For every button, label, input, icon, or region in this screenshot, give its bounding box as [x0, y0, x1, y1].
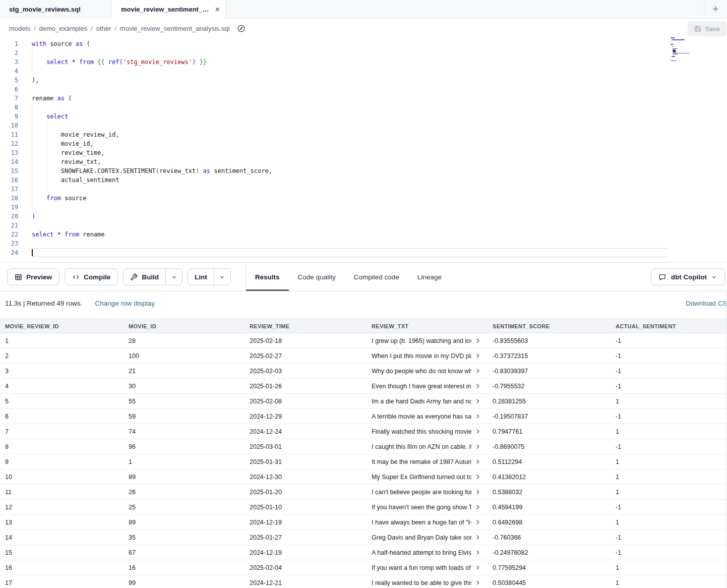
table-row[interactable]: 8962025-03-01I caught this film on AZN o…: [0, 439, 727, 454]
table-row[interactable]: 14352025-01-27Greg Davis and Bryan Daly …: [0, 530, 727, 545]
code-line[interactable]: 23: [0, 239, 727, 248]
line-number: 6: [0, 85, 32, 94]
tab-lineage[interactable]: Lineage: [408, 263, 451, 291]
code-line[interactable]: 9 select: [0, 112, 727, 121]
close-tab-icon[interactable]: ×: [215, 5, 220, 14]
code-line[interactable]: 22select * from rename: [0, 230, 727, 239]
cell-review-time: 2024-12-21: [245, 579, 367, 586]
cell-sentiment-score: -0.24976082: [488, 549, 611, 556]
tab-results[interactable]: Results: [246, 263, 289, 291]
review-text: Why do people who do not know what…: [372, 368, 471, 375]
code-line[interactable]: 6: [0, 85, 727, 94]
code-editor[interactable]: 1with source as (23 select * from {{ ref…: [0, 38, 727, 262]
table-row[interactable]: 1282025-02-18I grew up (b. 1965) watchin…: [0, 333, 727, 348]
query-timing-text: 11.3s | Returned 49 rows.: [5, 300, 82, 307]
build-button[interactable]: Build: [124, 269, 165, 285]
table-row[interactable]: 15672024-12-19A half-hearted attempt to …: [0, 545, 727, 560]
expand-review-icon[interactable]: [474, 368, 481, 374]
code-line[interactable]: 11 movie_review_id,: [0, 130, 727, 139]
expand-review-icon[interactable]: [474, 458, 481, 465]
code-line-text: [32, 48, 667, 57]
cell-movie-review-id: 2: [0, 352, 124, 360]
code-line[interactable]: 14 review_txt,: [0, 157, 727, 166]
table-row[interactable]: 16162025-02-04If you want a fun romp wit…: [0, 560, 727, 575]
table-row[interactable]: 5552025-02-08Im a die hard Dads Army fan…: [0, 394, 727, 409]
tab-label: movie_review_sentiment_…: [121, 6, 209, 13]
column-header-movie-review-id[interactable]: MOVIE_REVIEW_ID: [0, 323, 124, 329]
code-line[interactable]: 16 actual_sentiment: [0, 175, 727, 185]
table-row[interactable]: 912025-01-31It may be the remake of 1987…: [0, 454, 727, 469]
table-row[interactable]: 21002025-02-27When I put this movie in m…: [0, 348, 727, 364]
column-header-movie-id[interactable]: MOVIE_ID: [124, 323, 245, 329]
docs-compass-icon[interactable]: [234, 22, 248, 35]
expand-review-icon[interactable]: [474, 428, 481, 435]
code-line[interactable]: 17: [0, 185, 727, 194]
tab-stg-movie-reviews[interactable]: stg_movie_reviews.sql: [0, 0, 112, 19]
code-line[interactable]: 1with source as (: [0, 39, 727, 48]
expand-review-icon[interactable]: [474, 489, 481, 495]
code-line[interactable]: 3 select * from {{ ref('stg_movie_review…: [0, 57, 727, 67]
expand-review-icon[interactable]: [474, 564, 481, 571]
code-line[interactable]: 13 review_time,: [0, 148, 727, 157]
table-row[interactable]: 11262025-01-20I can't believe people are…: [0, 485, 727, 500]
expand-review-icon[interactable]: [474, 413, 481, 420]
review-text: It may be the remake of 1987 Autumn'…: [372, 458, 471, 465]
line-number: 21: [0, 221, 32, 230]
code-line[interactable]: 2: [0, 48, 727, 57]
expand-review-icon[interactable]: [474, 579, 481, 586]
code-line[interactable]: 21: [0, 221, 727, 230]
lint-button[interactable]: Lint: [188, 269, 214, 285]
table-row[interactable]: 17992024-12-21I really wanted to be able…: [0, 575, 727, 588]
table-row[interactable]: 13892024-12-19I have always been a huge …: [0, 515, 727, 530]
new-tab-button[interactable]: +: [704, 0, 727, 18]
build-dropdown-button[interactable]: [165, 269, 182, 285]
download-csv-link[interactable]: Download CSV: [686, 300, 727, 307]
code-line[interactable]: 8: [0, 103, 727, 112]
expand-review-icon[interactable]: [474, 352, 481, 359]
column-header-actual-sentiment[interactable]: ACTUAL_SENTIMENT: [611, 323, 727, 329]
code-line[interactable]: 12 movie_id,: [0, 139, 727, 148]
table-row[interactable]: 12252025-01-10If you haven't seen the go…: [0, 500, 727, 515]
table-row[interactable]: 4302025-01-26Even though I have great in…: [0, 379, 727, 394]
expand-review-icon[interactable]: [474, 337, 481, 344]
column-header-sentiment-score[interactable]: SENTIMENT_SCORE: [488, 323, 611, 329]
expand-review-icon[interactable]: [474, 398, 481, 404]
indent-guide: [32, 139, 32, 148]
expand-review-icon[interactable]: [474, 534, 481, 541]
indent-guide: [46, 166, 47, 175]
table-row[interactable]: 3212025-02-03Why do people who do not kn…: [0, 364, 727, 379]
code-line[interactable]: 4: [0, 67, 727, 76]
expand-review-icon[interactable]: [474, 383, 481, 389]
compile-button[interactable]: Compile: [65, 268, 118, 285]
expand-review-icon[interactable]: [474, 549, 481, 556]
expand-review-icon[interactable]: [474, 519, 481, 525]
cell-movie-id: 28: [124, 337, 245, 344]
table-row[interactable]: 7742024-12-24Finally watched this shocki…: [0, 424, 727, 439]
expand-review-icon[interactable]: [474, 443, 481, 450]
tab-code-quality[interactable]: Code quality: [289, 263, 345, 291]
code-line[interactable]: 19: [0, 203, 727, 212]
dbt-copilot-button[interactable]: dbt Copilot: [651, 268, 725, 285]
editor-minimap[interactable]: [671, 37, 707, 64]
code-line[interactable]: 18 from source: [0, 194, 727, 203]
expand-review-icon[interactable]: [474, 504, 481, 510]
change-row-display-link[interactable]: Change row display: [95, 300, 155, 307]
table-row[interactable]: 10892024-12-30My Super Ex Girlfriend tur…: [0, 469, 727, 485]
code-line[interactable]: 5),: [0, 76, 727, 85]
cell-movie-review-id: 11: [0, 489, 124, 496]
code-line[interactable]: 10: [0, 121, 727, 130]
table-row[interactable]: 6592024-12-29A terrible movie as everyon…: [0, 409, 727, 424]
tab-movie-review-sentiment[interactable]: movie_review_sentiment_… ×: [112, 0, 226, 19]
save-button[interactable]: Save: [688, 21, 726, 36]
expand-review-icon[interactable]: [474, 474, 481, 480]
column-header-review-txt[interactable]: REVIEW_TXT: [367, 323, 488, 329]
preview-button[interactable]: Preview: [7, 268, 59, 285]
tab-compiled-code[interactable]: Compiled code: [345, 263, 408, 291]
column-header-review-time[interactable]: REVIEW_TIME: [245, 323, 367, 329]
lint-dropdown-button[interactable]: [214, 269, 230, 285]
cell-actual-sentiment: 1: [611, 579, 727, 586]
code-line[interactable]: 15 SNOWFLAKE.CORTEX.SENTIMENT(review_txt…: [0, 166, 727, 175]
code-line[interactable]: 20): [0, 212, 727, 221]
code-line[interactable]: 7rename as (: [0, 94, 727, 103]
code-line[interactable]: 24: [0, 248, 727, 257]
